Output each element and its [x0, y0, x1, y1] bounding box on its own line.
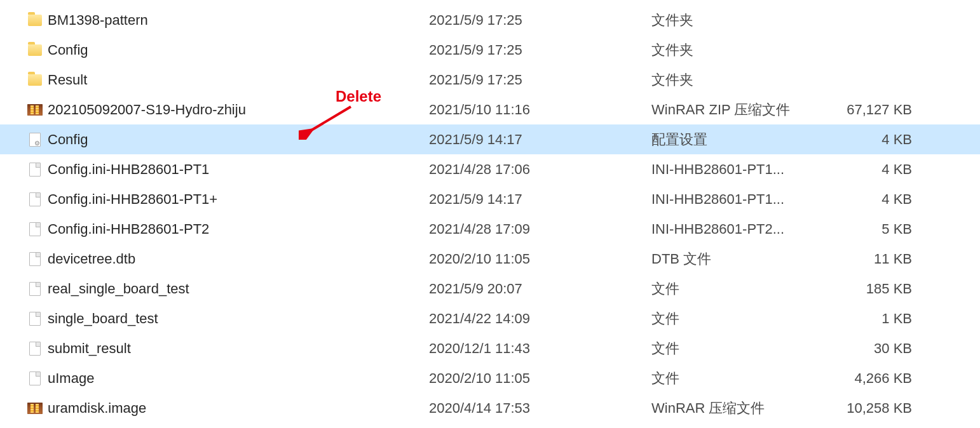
file-type: 配置设置 — [651, 130, 810, 149]
file-type: WinRAR 压缩文件 — [651, 399, 810, 418]
file-type: WinRAR ZIP 压缩文件 — [651, 100, 810, 119]
file-row[interactable]: submit_result2020/12/1 11:43文件30 KB — [0, 333, 980, 363]
file-date: 2021/5/9 17:25 — [429, 72, 651, 88]
file-name: devicetree.dtb — [48, 251, 429, 267]
file-icon — [22, 163, 48, 177]
file-name: Config — [48, 42, 429, 58]
file-type: INI-HHB28601-PT1... — [651, 191, 810, 208]
file-icon — [22, 282, 48, 296]
file-name: real_single_board_test — [48, 281, 429, 297]
file-row[interactable]: BM1398-pattern2021/5/9 17:25文件夹 — [0, 5, 980, 35]
file-date: 2020/4/14 17:53 — [429, 400, 651, 417]
file-name: Result — [48, 72, 429, 88]
file-icon — [22, 192, 48, 206]
file-size: 30 KB — [810, 340, 925, 357]
file-size: 5 KB — [810, 221, 925, 237]
file-size: 185 KB — [810, 281, 925, 297]
file-name: Config.ini-HHB28601-PT1 — [48, 161, 429, 178]
file-date: 2021/5/10 11:16 — [429, 102, 651, 118]
file-type: 文件夹 — [651, 11, 810, 30]
file-size: 4 KB — [810, 131, 925, 148]
file-size: 11 KB — [810, 251, 925, 267]
file-row[interactable]: single_board_test2021/4/22 14:09文件1 KB — [0, 304, 980, 333]
file-type: 文件夹 — [651, 41, 810, 60]
config-icon — [22, 133, 48, 147]
file-icon — [22, 342, 48, 356]
file-date: 2021/4/28 17:06 — [429, 161, 651, 178]
file-date: 2021/5/9 20:07 — [429, 281, 651, 297]
file-date: 2020/2/10 11:05 — [429, 251, 651, 267]
file-name: single_board_test — [48, 311, 429, 327]
file-date: 2021/5/9 14:17 — [429, 131, 651, 148]
file-name: submit_result — [48, 340, 429, 357]
file-row[interactable]: devicetree.dtb2020/2/10 11:05DTB 文件11 KB — [0, 244, 980, 274]
file-size: 67,127 KB — [810, 102, 925, 118]
file-type: DTB 文件 — [651, 250, 810, 269]
folder-icon — [22, 15, 48, 26]
file-date: 2020/12/1 11:43 — [429, 340, 651, 357]
file-row[interactable]: Config2021/5/9 14:17配置设置4 KB — [0, 124, 980, 154]
file-type: 文件 — [651, 369, 810, 388]
file-icon — [22, 222, 48, 236]
file-row[interactable]: Config.ini-HHB28601-PT22021/4/28 17:09IN… — [0, 214, 980, 244]
file-name: uImage — [48, 370, 429, 387]
file-row[interactable]: Config.ini-HHB28601-PT12021/4/28 17:06IN… — [0, 154, 980, 184]
file-type: 文件 — [651, 309, 810, 328]
file-date: 2021/5/9 17:25 — [429, 12, 651, 29]
file-name: Config.ini-HHB28601-PT2 — [48, 221, 429, 237]
archive-icon — [22, 104, 48, 116]
file-date: 2021/5/9 14:17 — [429, 191, 651, 208]
file-row[interactable]: Result2021/5/9 17:25文件夹 — [0, 65, 980, 95]
archive-icon — [22, 403, 48, 414]
folder-icon — [22, 74, 48, 86]
file-name: uramdisk.image — [48, 400, 429, 417]
file-size: 10,258 KB — [810, 400, 925, 417]
file-type: 文件 — [651, 339, 810, 358]
file-date: 2021/4/28 17:09 — [429, 221, 651, 237]
file-size: 4 KB — [810, 161, 925, 178]
file-icon — [22, 252, 48, 266]
file-type: 文件夹 — [651, 70, 810, 90]
file-name: BM1398-pattern — [48, 12, 429, 29]
file-size: 4,266 KB — [810, 370, 925, 387]
file-type: INI-HHB28601-PT1... — [651, 161, 810, 178]
file-list: BM1398-pattern2021/5/9 17:25文件夹Config202… — [0, 0, 980, 423]
file-type: INI-HHB28601-PT2... — [651, 221, 810, 237]
file-size: 1 KB — [810, 311, 925, 327]
file-name: Config — [48, 131, 429, 148]
folder-icon — [22, 44, 48, 56]
file-date: 2020/2/10 11:05 — [429, 370, 651, 387]
file-type: 文件 — [651, 279, 810, 298]
file-row[interactable]: uramdisk.image2020/4/14 17:53WinRAR 压缩文件… — [0, 393, 980, 423]
file-row[interactable]: real_single_board_test2021/5/9 20:07文件18… — [0, 274, 980, 304]
file-date: 2021/5/9 17:25 — [429, 42, 651, 58]
file-row[interactable]: Config2021/5/9 17:25文件夹 — [0, 35, 980, 65]
file-icon — [22, 371, 48, 385]
file-row[interactable]: Config.ini-HHB28601-PT1+2021/5/9 14:17IN… — [0, 184, 980, 214]
file-name: Config.ini-HHB28601-PT1+ — [48, 191, 429, 208]
file-name: 202105092007-S19-Hydro-zhiju — [48, 102, 429, 118]
file-size: 4 KB — [810, 191, 925, 208]
file-date: 2021/4/22 14:09 — [429, 311, 651, 327]
file-row[interactable]: uImage2020/2/10 11:05文件4,266 KB — [0, 363, 980, 393]
file-icon — [22, 312, 48, 326]
file-row[interactable]: 202105092007-S19-Hydro-zhiju2021/5/10 11… — [0, 95, 980, 124]
